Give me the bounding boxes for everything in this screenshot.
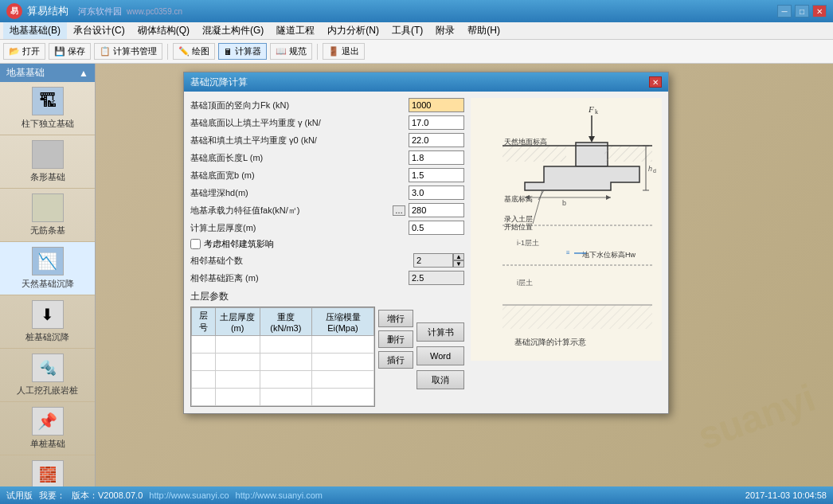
bearing-helper-btn[interactable]: … [393, 205, 405, 216]
app-logo: 易 [6, 3, 22, 19]
calc-icon: 🖩 [224, 47, 233, 57]
manage-button[interactable]: 📋 计算书管理 [94, 43, 162, 60]
adj-count-down[interactable]: ▼ [453, 260, 464, 268]
bored-pile-icon: 🔩 [32, 354, 64, 382]
depth-input[interactable] [409, 186, 464, 200]
svg-text:天然地面标高: 天然地面标高 [504, 138, 547, 146]
sidebar-item-strip-foundation[interactable]: 条形基础 [0, 135, 95, 189]
title-bar-left: 易 算易结构 河东软件园 www.pc0359.cn [6, 3, 182, 19]
delete-row-button[interactable]: 删行 [378, 330, 413, 348]
depth-row: 基础埋深hd(m) [190, 186, 464, 200]
site-url: www.pc0359.cn [127, 7, 182, 16]
gamma0-label: 基础和填土填土平均重度 γ0 (kN/ [190, 135, 405, 147]
col-header-no: 层 号 [192, 308, 216, 336]
table-row [192, 336, 374, 354]
adj-count-up[interactable]: ▲ [453, 253, 464, 260]
menu-suidao[interactable]: 隧道工程 [270, 22, 321, 39]
dialog-right-panel: F k [471, 98, 662, 407]
sidebar-item-col-foundation[interactable]: 🏗 柱下独立基础 [0, 82, 95, 135]
sidebar: 地基基础 ▲ 🏗 柱下独立基础 条形基础 无筋条基 📉 天然基础沉降 ⬇ 桩基础… [0, 64, 96, 486]
width-label: 基础底面宽b (m) [190, 170, 405, 182]
save-button[interactable]: 💾 保存 [49, 43, 91, 60]
width-input[interactable] [409, 168, 464, 182]
sidebar-item-unrein-foundation[interactable]: 无筋条基 [0, 189, 95, 242]
word-button[interactable]: Word [416, 346, 464, 365]
exit-button[interactable]: 🚪 退出 [323, 43, 365, 60]
minimize-button[interactable]: ─ [777, 5, 792, 18]
cancel-button[interactable]: 取消 [416, 370, 464, 389]
gamma0-input[interactable] [409, 133, 464, 147]
menu-gongju[interactable]: 工具(T) [385, 22, 429, 39]
window-controls: ─ □ ✕ [777, 5, 827, 18]
svg-rect-8 [503, 146, 566, 162]
calc-book-button[interactable]: 计算书 [416, 322, 464, 342]
save-icon: 💾 [54, 46, 65, 57]
add-row-button[interactable]: 增行 [378, 310, 413, 327]
sidebar-item-pile-settle[interactable]: ⬇ 桩基础沉降 [0, 295, 95, 349]
sidebar-item-single-pile[interactable]: 📌 单桩基础 [0, 402, 95, 455]
draw-button[interactable]: ✏️ 绘图 [173, 43, 215, 60]
svg-text:i层土: i层土 [517, 279, 533, 287]
settlement-dialog: 基础沉降计算 ✕ 基础顶面的竖向力Fk (kN) 基础底面以上填土平均重度 γ … [183, 72, 669, 414]
draw-icon: ✏️ [178, 46, 190, 57]
insert-row-button[interactable]: 插行 [378, 351, 413, 369]
maximize-button[interactable]: □ [795, 5, 809, 18]
bearing-input[interactable] [409, 203, 464, 217]
status-datetime: 2017-11-03 10:04:58 [745, 490, 827, 500]
toolbar: 📂 打开 💾 保存 📋 计算书管理 ✏️ 绘图 🖩 计算器 📖 规范 🚪 退出 [0, 40, 833, 64]
strip-foundation-icon [32, 140, 64, 169]
fk-row: 基础顶面的竖向力Fk (kN) [190, 98, 464, 112]
spec-icon: 📖 [276, 46, 287, 57]
table-row [192, 389, 374, 406]
dialog-close-button[interactable]: ✕ [649, 76, 662, 88]
fk-label: 基础顶面的竖向力Fk (kN) [190, 100, 405, 111]
spec-button[interactable]: 📖 规范 [270, 43, 312, 60]
menu-hunni[interactable]: 砌体结构(Q) [131, 22, 196, 39]
length-label: 基础底面长度L (m) [190, 152, 405, 164]
exit-icon: 🚪 [328, 46, 339, 57]
calc-button[interactable]: 🖩 计算器 [218, 43, 267, 60]
sidebar-item-basement-wall[interactable]: 🧱 地下室侧墙 [0, 455, 95, 486]
fk-input[interactable] [409, 98, 464, 112]
adjacent-checkbox[interactable] [190, 239, 201, 249]
menu-bangzhu[interactable]: 帮助(H) [461, 22, 506, 39]
svg-text:k: k [595, 108, 598, 115]
menu-neili[interactable]: 内力分析(N) [321, 22, 385, 39]
gamma-input[interactable] [409, 115, 464, 130]
sidebar-header: 地基基础 ▲ [0, 64, 95, 82]
dialog-left-panel: 基础顶面的竖向力Fk (kN) 基础底面以上填土平均重度 γ (kN/ 基础和填… [190, 98, 464, 407]
prompt-label: 我要： [39, 490, 65, 502]
menu-chengyong[interactable]: 承台设计(C) [67, 22, 131, 39]
dialog-body: 基础顶面的竖向力Fk (kN) 基础底面以上填土平均重度 γ (kN/ 基础和填… [184, 92, 668, 413]
svg-text:i-1层土: i-1层土 [517, 239, 539, 247]
sidebar-item-bored-pile[interactable]: 🔩 人工挖孔嵌岩桩 [0, 349, 95, 402]
soil-table-wrap: 层 号 土层厚度(m) 重度 (kN/m3) 压缩模量Ei(Mpa) [190, 307, 375, 407]
svg-text:F: F [588, 104, 594, 114]
version-label: 版本：V2008.07.0 [72, 490, 143, 502]
action-buttons: 计算书 Word 取消 [416, 322, 464, 407]
menu-jijichu[interactable]: 地基基础(B) [3, 22, 67, 39]
menu-hunningtu[interactable]: 混凝土构件(G) [196, 22, 270, 39]
bearing-label: 地基承载力特征值fak(kN/㎡) [190, 205, 389, 217]
close-button[interactable]: ✕ [812, 5, 827, 18]
svg-text:d: d [653, 168, 656, 174]
layer-thickness-row: 计算土层厚度(m) [190, 221, 464, 235]
layer-thickness-input[interactable] [409, 221, 464, 235]
svg-text:h: h [648, 165, 652, 173]
adj-count-input[interactable] [413, 253, 453, 268]
length-row: 基础底面长度L (m) [190, 150, 464, 165]
menu-fulu[interactable]: 附录 [429, 22, 461, 39]
sidebar-item-natural-settle[interactable]: 📉 天然基础沉降 [0, 242, 95, 295]
open-button[interactable]: 📂 打开 [3, 43, 45, 60]
gamma-row: 基础底面以上填土平均重度 γ (kN/ [190, 115, 464, 130]
toolbar-sep1 [167, 44, 168, 60]
svg-rect-9 [604, 146, 652, 162]
url2[interactable]: http://www.suanyi.com [236, 490, 323, 500]
bearing-row: 地基承载力特征值fak(kN/㎡) … [190, 203, 464, 217]
table-buttons: 增行 删行 插行 [378, 310, 413, 407]
svg-text:b: b [562, 199, 566, 207]
length-input[interactable] [409, 150, 464, 165]
url1[interactable]: http://www.suanyi.co [149, 490, 229, 500]
adj-dist-input[interactable] [409, 271, 464, 285]
adj-dist-row: 相邻基础距离 (m) [190, 271, 464, 285]
